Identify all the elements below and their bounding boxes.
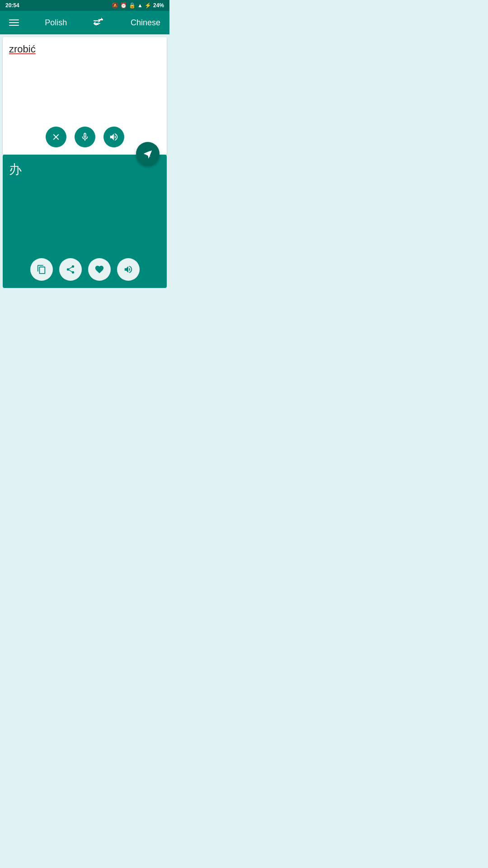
charging-icon: ⚡ [145,2,151,9]
microphone-button[interactable] [75,127,95,147]
notification-muted-icon: 🔕 [112,2,118,9]
app-bar: Polish ⇄ Chinese [0,11,169,34]
speak-input-button[interactable] [103,127,124,147]
speak-output-button[interactable] [117,258,140,281]
copy-button[interactable] [30,258,53,281]
status-time: 20:54 [5,2,19,9]
input-section: zrobić [3,37,167,155]
source-language-label[interactable]: Polish [45,18,67,28]
battery-level: 24% [153,2,164,9]
favorite-button[interactable] [88,258,111,281]
share-button[interactable] [59,258,82,281]
alarm-icon: ⏰ [120,2,127,9]
output-text: 办 [9,161,160,258]
sim-icon: 🔒 [129,2,136,9]
swap-languages-button[interactable]: ⇄ [93,18,105,28]
output-controls [9,258,160,283]
status-bar: 20:54 🔕 ⏰ 🔒 ▲ ⚡ 24% [0,0,169,11]
input-text[interactable]: zrobić [9,43,160,127]
menu-button[interactable] [9,19,19,26]
signal-icon: ▲ [137,2,143,9]
output-section: 办 [3,155,167,288]
status-icons: 🔕 ⏰ 🔒 ▲ ⚡ 24% [112,2,164,9]
clear-button[interactable] [46,127,66,147]
target-language-label[interactable]: Chinese [131,18,160,28]
translate-button[interactable] [136,142,160,165]
svg-text:⇄: ⇄ [93,18,101,27]
